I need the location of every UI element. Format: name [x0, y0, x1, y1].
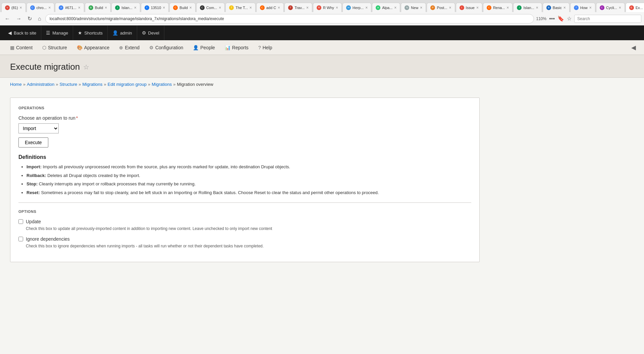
breadcrumb-link-2[interactable]: Structure: [60, 82, 77, 87]
browser-tab-21[interactable]: C Cycli... ×: [596, 3, 625, 12]
breadcrumb-link-0[interactable]: Home: [10, 82, 22, 87]
tab-close-5[interactable]: ×: [163, 5, 165, 10]
tab-close-15[interactable]: ×: [449, 5, 451, 10]
url-text: localhost:8000/admin/structure/migrate/m…: [50, 16, 224, 21]
checkbox-desc-1: Check this box to ignore dependencies wh…: [26, 243, 471, 249]
browser-tab-6[interactable]: C Build ×: [169, 3, 195, 12]
breadcrumb-link-4[interactable]: Edit migration group: [108, 82, 147, 87]
forward-button[interactable]: →: [14, 14, 23, 23]
nav-item-content[interactable]: ▦Content: [5, 40, 38, 55]
browser-tab-3[interactable]: B Build ×: [85, 3, 111, 12]
browser-tab-19[interactable]: B Basic ×: [543, 3, 570, 12]
browser-tab-16[interactable]: I Issue ×: [456, 3, 482, 12]
admin-bar-item-manage[interactable]: ☰Manage: [41, 25, 73, 40]
browser-tab-10[interactable]: T Trav... ×: [284, 3, 312, 12]
admin-bar-item-shortcuts[interactable]: ★Shortcuts: [73, 25, 108, 40]
tab-close-18[interactable]: ×: [536, 5, 538, 10]
browser-tab-11[interactable]: R R Why ×: [313, 3, 342, 12]
browser-search-input[interactable]: [574, 15, 641, 23]
tab-close-0[interactable]: ×: [20, 5, 22, 10]
breadcrumb-sep-4: »: [104, 82, 106, 87]
browser-tab-1[interactable]: C chro... ×: [26, 3, 55, 12]
admin-bar-item-admin[interactable]: 👤admin: [108, 25, 137, 40]
nav-collapse-icon[interactable]: ◀: [629, 44, 639, 51]
operation-field-label: Choose an operation to run*: [18, 115, 471, 121]
tab-close-4[interactable]: ×: [134, 5, 137, 10]
tab-close-13[interactable]: ×: [394, 5, 396, 10]
browser-tab-18[interactable]: I Islan... ×: [513, 3, 542, 12]
nav-item-configuration[interactable]: ⚙Configuration: [145, 40, 188, 55]
browser-tab-4[interactable]: I Islan... ×: [111, 3, 140, 12]
section-divider: [18, 202, 471, 203]
admin-icon-2: ★: [78, 30, 82, 36]
nav-item-reports[interactable]: 📊Reports: [220, 40, 254, 55]
operations-section: OPERATIONS Choose an operation to run* I…: [18, 106, 471, 148]
tab-close-16[interactable]: ×: [476, 5, 479, 10]
browser-tab-0[interactable]: V (81) ×: [1, 3, 26, 12]
breadcrumb-link-5[interactable]: Migrations: [152, 82, 172, 87]
page-title-text: Execute migration: [10, 62, 80, 72]
tab-close-1[interactable]: ×: [48, 5, 51, 10]
tab-close-19[interactable]: ×: [564, 5, 566, 10]
back-button[interactable]: ←: [3, 14, 12, 23]
admin-bar-item-devel[interactable]: ⚙Devel: [137, 25, 164, 40]
nav-item-extend[interactable]: ⊕Extend: [114, 40, 145, 55]
checkbox-input-0[interactable]: [18, 219, 23, 224]
tab-close-6[interactable]: ×: [190, 5, 192, 10]
toolbar-dots[interactable]: •••: [549, 16, 555, 22]
options-section-title: OPTIONS: [18, 210, 471, 214]
breadcrumb-link-3[interactable]: Migrations: [83, 82, 103, 87]
tab-close-12[interactable]: ×: [365, 5, 368, 10]
browser-tab-22[interactable]: E Ex... ×: [626, 3, 644, 12]
tab-close-10[interactable]: ×: [306, 5, 309, 10]
operation-select[interactable]: ImportRollbackStopReset: [18, 123, 59, 133]
checkbox-label-0[interactable]: Update: [26, 219, 41, 224]
browser-tab-5[interactable]: f 13510 ×: [141, 3, 169, 12]
definition-term-3: Reset:: [26, 190, 40, 195]
favorite-star-icon[interactable]: ☆: [83, 63, 89, 71]
browser-tab-20[interactable]: ? How ×: [570, 3, 595, 12]
tab-close-8[interactable]: ×: [250, 5, 252, 10]
nav-item-appearance[interactable]: 🎨Appearance: [72, 40, 115, 55]
star-icon[interactable]: ☆: [567, 15, 572, 22]
browser-tab-12[interactable]: H Herp... ×: [342, 3, 371, 12]
definitions-section: Definitions Import: Imports all previous…: [18, 154, 471, 196]
browser-tab-2[interactable]: # #671... ×: [55, 3, 84, 12]
definition-term-0: Import:: [26, 164, 42, 169]
breadcrumb-sep-2: »: [56, 82, 58, 87]
admin-bar-item-back-to-site[interactable]: ◀Back to site: [3, 25, 41, 40]
tab-close-20[interactable]: ×: [589, 5, 592, 10]
checkbox-label-1[interactable]: Ignore dependencies: [26, 236, 70, 242]
browser-tab-bar: V (81) × C chro... × # #671... × B Build…: [0, 0, 644, 12]
bookmark-icon[interactable]: 🔖: [557, 15, 564, 22]
nav-item-help[interactable]: ?Help: [254, 40, 277, 55]
tab-close-17[interactable]: ×: [506, 5, 509, 10]
tab-close-11[interactable]: ×: [336, 5, 338, 10]
tab-close-2[interactable]: ×: [78, 5, 80, 10]
browser-tab-8[interactable]: T The T... ×: [225, 3, 256, 12]
nav-item-people[interactable]: 👤People: [188, 40, 220, 55]
browser-tab-13[interactable]: A Alpa... ×: [372, 3, 400, 12]
tab-close-14[interactable]: ×: [420, 5, 422, 10]
tab-close-9[interactable]: ×: [278, 5, 280, 10]
tab-close-21[interactable]: ×: [619, 5, 621, 10]
nav-item-structure[interactable]: ⬡Structure: [38, 40, 72, 55]
browser-tab-9[interactable]: C add C ×: [256, 3, 284, 12]
definition-term-1: Rollback:: [26, 173, 46, 178]
browser-tab-14[interactable]: N New ×: [401, 3, 426, 12]
breadcrumb-link-1[interactable]: Administration: [27, 82, 54, 87]
browser-tab-7[interactable]: C Com... ×: [196, 3, 225, 12]
content-panel: OPERATIONS Choose an operation to run* I…: [10, 98, 480, 262]
browser-tab-17[interactable]: C Rena... ×: [483, 3, 513, 12]
browser-toolbar: ← → ↻ ⌂ localhost:8000/admin/structure/m…: [0, 12, 644, 25]
home-button[interactable]: ⌂: [36, 14, 43, 23]
tab-close-7[interactable]: ×: [219, 5, 221, 10]
tab-close-3[interactable]: ×: [105, 5, 107, 10]
refresh-button[interactable]: ↻: [25, 14, 34, 23]
definitions-list: Import: Imports all previously unprocess…: [18, 164, 471, 196]
address-bar[interactable]: localhost:8000/admin/structure/migrate/m…: [45, 14, 534, 23]
execute-button[interactable]: Execute: [18, 137, 48, 148]
admin-icon-1: ☰: [46, 30, 50, 36]
checkbox-input-1[interactable]: [18, 237, 23, 241]
browser-tab-15[interactable]: P Post... ×: [427, 3, 455, 12]
